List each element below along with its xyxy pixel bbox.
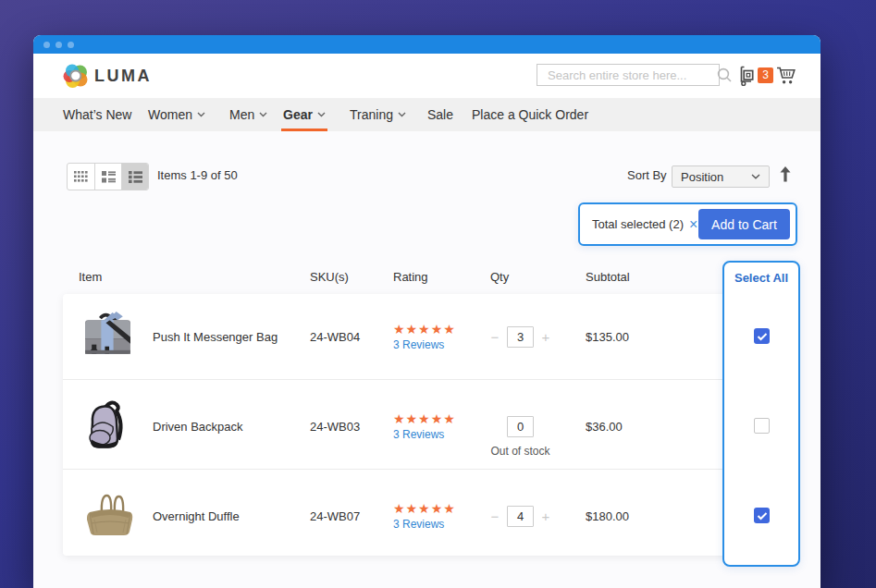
product-rating: ★★★★★ 3 Reviews [393, 502, 490, 531]
star-rating-icon: ★★★★★ [393, 502, 490, 515]
cart-icon[interactable] [776, 66, 796, 85]
product-name[interactable]: Push It Messenger Bag [153, 330, 310, 344]
list-view-icon [129, 171, 142, 183]
qty-input[interactable] [507, 416, 534, 437]
column-header-sku: SKU(s) [310, 270, 349, 284]
select-all-label[interactable]: Select All [724, 271, 798, 285]
product-row: Push It Messenger Bag 24-WB04 ★★★★★ 3 Re… [63, 294, 793, 379]
chevron-down-icon [751, 174, 760, 179]
product-name[interactable]: Overnight Duffle [153, 509, 310, 523]
product-image-backpack[interactable] [81, 398, 153, 455]
grid-extended-view-icon [102, 171, 116, 183]
product-sku: 24-WB03 [310, 420, 393, 434]
qty-increase-button[interactable]: + [541, 330, 550, 344]
selection-summary-panel: Total selected (2) × Add to Cart [578, 202, 797, 246]
luma-logo-icon[interactable] [63, 63, 89, 89]
product-image-duffle[interactable] [81, 489, 153, 545]
cart-count-badge: 3 [758, 67, 773, 83]
nav-women[interactable]: Women [148, 98, 205, 131]
product-rating: ★★★★★ 3 Reviews [393, 323, 490, 351]
column-header-subtotal: Subtotal [586, 270, 630, 284]
grid-extended-view-button[interactable] [94, 164, 121, 190]
row-checkbox[interactable] [754, 328, 770, 344]
check-icon [757, 332, 768, 341]
row-checkbox[interactable] [754, 508, 770, 523]
search-box [537, 64, 720, 86]
list-view-button[interactable] [121, 164, 148, 190]
nav-place-quick-order[interactable]: Place a Quick Order [472, 98, 588, 131]
window-dot-icon[interactable] [56, 42, 62, 48]
qty-cell: − + [490, 326, 586, 348]
qty-decrease-button[interactable]: − [490, 509, 500, 523]
add-to-cart-button[interactable]: Add to Cart [698, 209, 790, 239]
qty-cell: − + [490, 506, 586, 527]
browser-window: LUMA 3 [33, 35, 820, 588]
view-mode-switcher [67, 163, 149, 190]
select-all-panel: Select All [722, 261, 800, 567]
product-image-messenger-bag[interactable] [81, 309, 153, 365]
column-header-item: Item [79, 270, 102, 284]
quick-order-icon[interactable] [738, 66, 757, 86]
product-sku: 24-WB07 [310, 509, 393, 523]
star-rating-icon: ★★★★★ [393, 323, 490, 336]
nav-traning[interactable]: Traning [350, 98, 406, 131]
row-checkbox[interactable] [754, 418, 770, 434]
column-header-qty: Qty [490, 270, 509, 284]
window-dot-icon[interactable] [43, 42, 50, 48]
qty-input[interactable] [507, 326, 534, 348]
window-titlebar[interactable] [33, 35, 820, 54]
qty-decrease-button[interactable]: − [490, 330, 500, 344]
reviews-link[interactable]: 3 Reviews [393, 518, 490, 531]
main-navigation: What’s New Women Men Gear Traning Sale P… [33, 98, 820, 131]
product-sku: 24-WB04 [310, 330, 393, 344]
items-count: Items 1-9 of 50 [157, 163, 238, 189]
sort-direction-icon[interactable] [779, 166, 792, 182]
product-row: Overnight Duffle 24-WB07 ★★★★★ 3 Reviews… [63, 469, 793, 556]
nav-men[interactable]: Men [229, 98, 267, 131]
nav-gear[interactable]: Gear [283, 98, 326, 131]
sort-select-value: Position [681, 170, 723, 184]
search-icon[interactable] [716, 67, 733, 83]
product-rating: ★★★★★ 3 Reviews [393, 412, 490, 441]
category-page: Items 1-9 of 50 Sort By Position Total s… [33, 131, 820, 588]
reviews-link[interactable]: 3 Reviews [393, 338, 490, 351]
chevron-down-icon [398, 112, 406, 117]
chevron-down-icon [197, 112, 205, 117]
clear-selection-icon[interactable]: × [689, 217, 697, 232]
reviews-link[interactable]: 3 Reviews [393, 428, 490, 441]
grid-view-icon [74, 171, 88, 182]
star-rating-icon: ★★★★★ [393, 412, 490, 425]
sort-select[interactable]: Position [672, 165, 770, 188]
product-row: Driven Backpack 24-WB03 ★★★★★ 3 Reviews … [63, 379, 793, 469]
check-icon [757, 511, 768, 521]
brand-name[interactable]: LUMA [94, 54, 152, 98]
qty-input[interactable] [507, 506, 534, 527]
qty-increase-button[interactable]: + [541, 509, 550, 523]
desktop-background: LUMA 3 [0, 0, 876, 588]
nav-sale[interactable]: Sale [427, 98, 453, 131]
search-input[interactable] [537, 68, 716, 82]
grid-view-button[interactable] [68, 164, 94, 190]
chevron-down-icon [259, 112, 267, 117]
window-dot-icon[interactable] [68, 42, 74, 48]
qty-cell: − + Out of stock [490, 416, 586, 437]
chevron-down-icon [317, 112, 326, 117]
sort-by-label: Sort By [627, 163, 667, 189]
product-list: Push It Messenger Bag 24-WB04 ★★★★★ 3 Re… [63, 294, 793, 556]
total-selected-label: Total selected (2) [592, 217, 684, 231]
nav-whats-new[interactable]: What’s New [63, 98, 131, 131]
product-name[interactable]: Driven Backpack [153, 420, 310, 434]
column-header-rating: Rating [393, 270, 428, 284]
stock-status: Out of stock [490, 445, 549, 458]
store-header: LUMA 3 [33, 54, 820, 98]
